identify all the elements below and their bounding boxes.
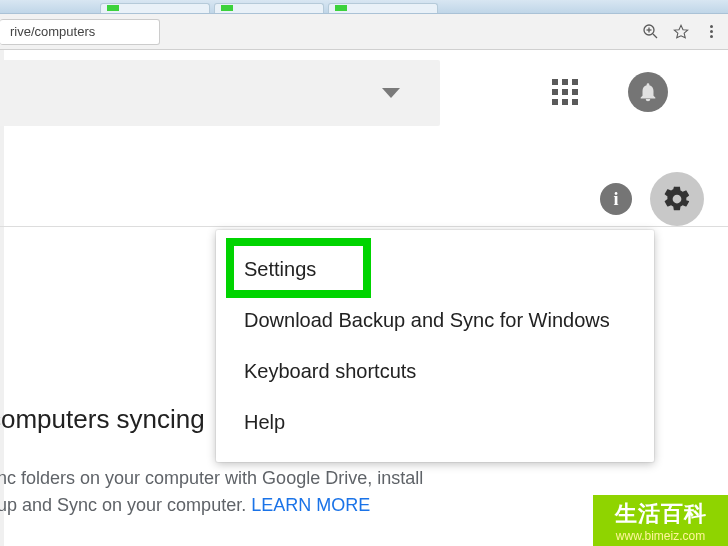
menu-item-settings[interactable]: Settings <box>216 244 654 295</box>
search-dropdown-field[interactable] <box>0 60 440 126</box>
url-input[interactable]: rive/computers <box>0 19 160 45</box>
header-divider <box>0 226 728 227</box>
page-content: i computers syncing ync folders on your … <box>0 50 728 546</box>
watermark: 生活百科 www.bimeiz.com <box>593 495 728 546</box>
zoom-icon[interactable] <box>640 21 662 43</box>
watermark-cjk: 生活百科 <box>593 495 728 529</box>
apps-grid-icon[interactable] <box>552 79 578 105</box>
promo-line2: kup and Sync on your computer. <box>0 495 251 515</box>
settings-gear-icon[interactable] <box>650 172 704 226</box>
browser-tab[interactable] <box>100 3 210 13</box>
menu-item-download-backup-sync[interactable]: Download Backup and Sync for Windows <box>216 295 654 346</box>
learn-more-link[interactable]: LEARN MORE <box>251 495 370 515</box>
watermark-url: www.bimeiz.com <box>593 529 728 546</box>
notifications-bell-icon[interactable] <box>628 72 668 112</box>
url-text: rive/computers <box>10 24 95 39</box>
dropdown-caret-icon <box>382 88 400 98</box>
menu-item-keyboard-shortcuts[interactable]: Keyboard shortcuts <box>216 346 654 397</box>
address-bar: rive/computers <box>0 14 728 50</box>
browser-tab-strip <box>0 0 728 14</box>
promo-line1: ync folders on your computer with Google… <box>0 468 423 488</box>
settings-menu-popup: Settings Download Backup and Sync for Wi… <box>216 230 654 462</box>
browser-tab[interactable] <box>328 3 438 13</box>
bookmark-star-icon[interactable] <box>670 21 692 43</box>
info-icon[interactable]: i <box>600 183 632 215</box>
browser-tab[interactable] <box>214 3 324 13</box>
browser-menu-icon[interactable] <box>700 21 722 43</box>
svg-line-1 <box>653 34 657 38</box>
menu-item-help[interactable]: Help <box>216 397 654 448</box>
